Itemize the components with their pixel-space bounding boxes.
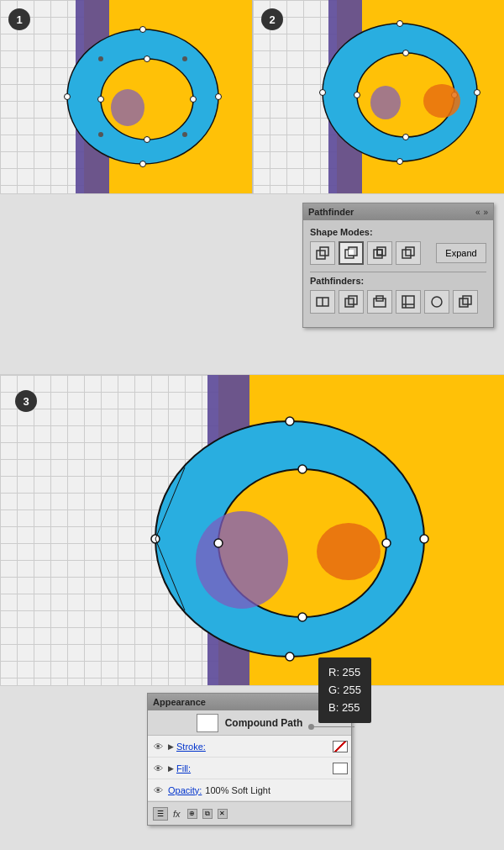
svg-point-16 [144, 137, 150, 143]
tooltip-b: B: 255 [328, 700, 361, 717]
pathfinder-titlebar: Pathfinder « » [303, 203, 493, 220]
stroke-swatch[interactable] [333, 741, 348, 752]
footer-add-btn[interactable]: ⊕ [187, 809, 197, 819]
pathfinder-panel: Pathfinder « » Shape Modes: [302, 203, 494, 328]
svg-point-24 [320, 90, 326, 96]
opacity-value: 100% Soft Light [205, 785, 270, 795]
footer-layer-btn[interactable]: ☰ [153, 807, 168, 821]
svg-point-66 [298, 465, 307, 473]
fill-swatch[interactable] [333, 763, 348, 774]
stroke-expand-arrow[interactable]: ▶ [168, 742, 176, 751]
svg-rect-40 [377, 250, 382, 255]
svg-point-26 [397, 159, 403, 165]
appearance-footer: ☰ fx ⊕ ⧉ ✕ [148, 801, 351, 825]
tooltip-connector-dot [308, 724, 314, 730]
top-row: 1 [0, 0, 504, 193]
svg-point-17 [111, 89, 144, 126]
svg-point-62 [286, 417, 294, 425]
svg-point-60 [196, 511, 288, 609]
svg-point-31 [370, 86, 401, 119]
appearance-title: Appearance [153, 697, 206, 707]
panel-1: 1 [0, 0, 252, 193]
pf-divide-btn[interactable] [310, 290, 335, 314]
svg-point-68 [382, 539, 391, 547]
footer-fx-btn[interactable]: fx [173, 809, 181, 819]
svg-rect-42 [406, 247, 414, 256]
svg-rect-38 [374, 250, 382, 258]
pf-trim-btn[interactable] [339, 290, 364, 314]
svg-point-13 [144, 56, 150, 62]
svg-point-30 [403, 135, 409, 140]
svg-point-14 [98, 97, 104, 103]
tooltip-box: R: 255 G: 255 B: 255 [318, 657, 371, 723]
appearance-body: Compound Path 👁 ▶ Stroke: 👁 ▶ Fill: 👁 Op… [148, 710, 351, 825]
shape-minus-front-btn[interactable] [339, 241, 364, 265]
svg-point-6 [65, 94, 71, 100]
pathfinders-buttons [310, 290, 486, 314]
svg-point-8 [140, 161, 146, 167]
svg-point-52 [432, 297, 442, 307]
shape-intersect-btn[interactable] [367, 241, 392, 265]
middle-row: Pathfinder « » Shape Modes: [0, 193, 504, 374]
step-badge-1: 1 [8, 8, 30, 30]
fill-label[interactable]: Fill: [176, 763, 329, 773]
pf-crop-btn[interactable] [396, 290, 421, 314]
svg-point-32 [423, 84, 460, 118]
svg-point-11 [98, 132, 103, 137]
stroke-label[interactable]: Stroke: [176, 742, 329, 752]
expand-button[interactable]: Expand [436, 243, 486, 263]
svg-point-9 [98, 56, 103, 61]
pathfinder-controls[interactable]: « » [475, 208, 488, 217]
svg-rect-37 [349, 250, 354, 255]
svg-point-25 [475, 90, 480, 96]
svg-point-28 [354, 92, 360, 98]
pathfinder-menu[interactable]: » [483, 208, 488, 217]
pathfinders-label: Pathfinders: [310, 276, 486, 286]
svg-rect-53 [459, 298, 468, 307]
opacity-label[interactable]: Opacity: [168, 785, 202, 795]
svg-point-64 [420, 535, 428, 543]
tooltip-connector-line [312, 726, 354, 727]
svg-rect-49 [402, 296, 414, 308]
stroke-row: 👁 ▶ Stroke: [148, 736, 351, 758]
svg-point-10 [182, 56, 187, 61]
svg-point-15 [191, 97, 197, 103]
pf-merge-btn[interactable] [367, 290, 392, 314]
footer-copy-btn[interactable]: ⧉ [202, 809, 213, 819]
pf-minusback-btn[interactable] [453, 290, 478, 314]
tooltip-r: R: 255 [328, 664, 361, 682]
tooltip-g: G: 255 [328, 682, 361, 700]
stroke-visibility[interactable]: 👁 [151, 740, 165, 753]
svg-point-67 [214, 539, 223, 547]
pathfinder-collapse[interactable]: « [475, 208, 480, 217]
fill-visibility[interactable]: 👁 [151, 762, 165, 775]
svg-point-65 [286, 652, 294, 661]
shape-modes-buttons: Expand [310, 241, 486, 265]
svg-rect-47 [374, 298, 386, 307]
opacity-row: 👁 Opacity: 100% Soft Light [148, 779, 351, 801]
svg-point-61 [317, 523, 381, 580]
pathfinder-body: Shape Modes: [303, 220, 493, 327]
svg-point-12 [182, 132, 187, 137]
fill-expand-arrow[interactable]: ▶ [168, 764, 176, 773]
footer-delete-btn[interactable]: ✕ [218, 809, 228, 819]
svg-point-23 [397, 21, 403, 27]
illustration-2 [253, 0, 504, 193]
illustration-1 [0, 0, 252, 193]
svg-rect-33 [317, 251, 325, 259]
step-badge-2: 2 [261, 8, 283, 30]
svg-rect-41 [402, 250, 411, 258]
svg-rect-45 [345, 298, 354, 307]
svg-point-69 [298, 613, 307, 621]
fill-row: 👁 ▶ Fill: [148, 758, 351, 779]
compound-swatch [197, 714, 218, 732]
shape-modes-label: Shape Modes: [310, 227, 486, 237]
pf-outline-btn[interactable] [424, 290, 449, 314]
pathfinder-title: Pathfinder [308, 207, 354, 217]
step-badge-3: 3 [15, 390, 37, 412]
svg-point-7 [216, 94, 222, 100]
shape-exclude-btn[interactable] [396, 241, 421, 265]
tooltip-area: R: 255 G: 255 B: 255 [359, 693, 412, 773]
shape-unite-btn[interactable] [310, 241, 335, 265]
opacity-visibility[interactable]: 👁 [151, 784, 165, 797]
